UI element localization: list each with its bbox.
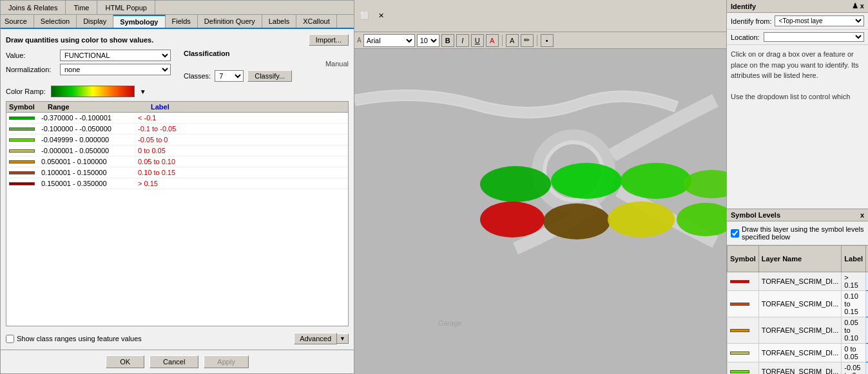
color-ramp-bar[interactable] [51, 86, 135, 97]
table-row[interactable]: TORFAEN_SCRIM_DI... 0.05 to 0.10 4 [728, 317, 869, 344]
close-button[interactable]: ✕ [374, 9, 388, 23]
bottom-tab-bar: Source Selection Display Symbology Field… [1, 15, 354, 29]
import-button[interactable]: Import... [309, 34, 349, 46]
tab-xcallout[interactable]: XCallout [296, 15, 337, 28]
sl-value-cell[interactable]: 2 [866, 362, 868, 375]
value-select[interactable]: FUNCTIONAL [60, 50, 171, 61]
tab-time[interactable]: Time [66, 1, 97, 14]
draw-quantities-header: Draw quantities using color to show valu… [6, 36, 153, 44]
table-row[interactable]: TORFAEN_SCRIM_DI... 0 to 0.05 3 [728, 344, 869, 362]
table-row[interactable]: 0.100001 - 0.150000 0.10 to 0.15 [6, 167, 348, 178]
bold-button[interactable]: B [441, 34, 454, 47]
cancel-button[interactable]: Cancel [149, 355, 198, 368]
sl-value-cell[interactable]: 5 [866, 291, 868, 317]
sl-label-cell: 0.10 to 0.15 [842, 291, 866, 317]
table-row[interactable]: TORFAEN_SCRIM_DI... -0.05 to 0 2 [728, 362, 869, 375]
identify-pin-close[interactable]: ♟ x [852, 2, 864, 10]
sl-checkbox[interactable] [731, 229, 739, 238]
map-toolbar: ⬜ ✕ [354, 0, 726, 32]
tab-symbology[interactable]: Symbology [113, 15, 165, 28]
table-row[interactable]: 0.050001 - 0.100000 0.05 to 0.10 [6, 156, 348, 167]
symbol-table-header: Symbol Range Label [6, 102, 348, 113]
map-canvas: Garage [354, 49, 726, 374]
sl-col-symbol: Symbol [728, 246, 759, 272]
table-row[interactable]: TORFAEN_SCRIM_DI... 0.10 to 0.15 5 [728, 291, 869, 317]
tab-fields[interactable]: Fields [166, 15, 198, 28]
svg-point-8 [543, 203, 610, 239]
identify-description: Click on or drag a box over a feature or… [727, 45, 868, 209]
show-class-ranges-checkbox[interactable] [6, 335, 14, 343]
symbol-line [9, 117, 35, 120]
tab-html-popup[interactable]: HTML Popup [97, 1, 155, 14]
advanced-button-arrow[interactable]: ▼ [337, 333, 349, 344]
underline-button[interactable]: U [471, 34, 484, 47]
table-row[interactable]: -0.370000 - -0.100001 < -0.1 [6, 113, 348, 124]
sl-layer-name-cell: TORFAEN_SCRIM_DI... [758, 291, 842, 317]
font-select[interactable]: Arial [363, 34, 415, 47]
italic-button[interactable]: I [456, 34, 469, 47]
range-text: -0.049999 - 0.000000 [41, 136, 138, 144]
ok-button[interactable]: OK [106, 355, 144, 368]
normalization-select[interactable]: none [60, 64, 171, 75]
symbol-table: Symbol Range Label -0.370000 - -0.100001… [6, 101, 349, 326]
label-text: 0.10 to 0.15 [138, 169, 345, 176]
show-class-ranges-checkbox-label[interactable]: Show class ranges using feature values [6, 335, 142, 343]
sl-value-cell[interactable]: 6 [866, 272, 868, 291]
symbol-levels-close[interactable]: x [860, 211, 864, 219]
font-size-select[interactable]: 10 [417, 34, 439, 47]
sl-value-cell[interactable]: 3 [866, 344, 868, 362]
maximize-button[interactable]: ⬜ [357, 9, 372, 23]
separator-1 [502, 35, 503, 46]
highlight-button[interactable]: A [506, 34, 519, 47]
label-text: 0 to 0.05 [138, 147, 345, 154]
range-text: 0.150001 - 0.350000 [41, 180, 138, 187]
classify-button[interactable]: Classify... [247, 70, 292, 82]
header-row: Draw quantities using color to show valu… [6, 34, 349, 46]
range-text: -0.000001 - 0.050000 [41, 147, 138, 154]
label-text: -0.1 to -0.05 [138, 125, 345, 133]
identify-from-label: Identify from: [731, 17, 772, 25]
symbol-line [9, 182, 35, 185]
symbol-levels-container: Symbol Levels x Draw this layer using th… [727, 209, 868, 374]
identify-from-select[interactable]: <Top-most laye [775, 15, 864, 26]
sl-label-cell: 0.05 to 0.10 [842, 317, 866, 344]
col-header-symbol: Symbol [9, 103, 48, 111]
table-row[interactable]: -0.000001 - 0.050000 0 to 0.05 [6, 145, 348, 156]
svg-point-7 [480, 201, 545, 238]
fields-left: Value: FUNCTIONAL Normalization: none [6, 50, 171, 82]
apply-button[interactable]: Apply [204, 355, 249, 368]
pen-button[interactable]: ✏ [521, 34, 534, 47]
tab-selection[interactable]: Selection [34, 15, 77, 28]
sl-label-cell: 0 to 0.05 [842, 344, 866, 362]
tab-definition-query[interactable]: Definition Query [198, 15, 262, 28]
location-select[interactable] [764, 32, 864, 42]
advanced-button-main[interactable]: Advanced [294, 333, 337, 344]
col-header-range: Range [48, 103, 151, 111]
text-color-button[interactable]: A [486, 34, 499, 47]
label-text: > 0.15 [138, 180, 345, 187]
color-ramp-row: Color Ramp: ▼ [6, 86, 349, 97]
tab-display[interactable]: Display [77, 15, 113, 28]
tab-joins-relates[interactable]: Joins & Relates [1, 1, 66, 14]
dialog-footer: OK Cancel Apply [1, 350, 354, 373]
classes-select[interactable]: 7 [215, 70, 244, 82]
table-row[interactable]: -0.049999 - 0.000000 -0.05 to 0 [6, 135, 348, 145]
sl-value-cell[interactable]: 4 [866, 317, 868, 344]
dot-button[interactable]: • [541, 34, 554, 47]
sl-col-1: - 1 - [866, 246, 868, 272]
symbol-rows-container: -0.370000 - -0.100001 < -0.1 -0.100000 -… [6, 113, 348, 189]
show-class-ranges-text: Show class ranges using feature values [17, 335, 142, 342]
text-formatting-toolbar: A Arial 10 B I U A A ✏ • [354, 32, 726, 49]
symbol-line [9, 138, 35, 142]
color-ramp-dropdown-arrow[interactable]: ▼ [140, 88, 146, 95]
table-row[interactable]: TORFAEN_SCRIM_DI... > 0.15 6 [728, 272, 869, 291]
tab-source[interactable]: Source [1, 15, 34, 28]
range-text: 0.050001 - 0.100000 [41, 158, 138, 165]
color-ramp-label: Color Ramp: [6, 88, 46, 95]
table-row[interactable]: -0.100000 - -0.050000 -0.1 to -0.05 [6, 124, 348, 135]
classification-label: Classification [184, 50, 349, 57]
label-text: < -0.1 [138, 114, 345, 122]
advanced-button-group: Advanced ▼ [294, 333, 349, 344]
tab-labels[interactable]: Labels [262, 15, 296, 28]
table-row[interactable]: 0.150001 - 0.350000 > 0.15 [6, 178, 348, 189]
